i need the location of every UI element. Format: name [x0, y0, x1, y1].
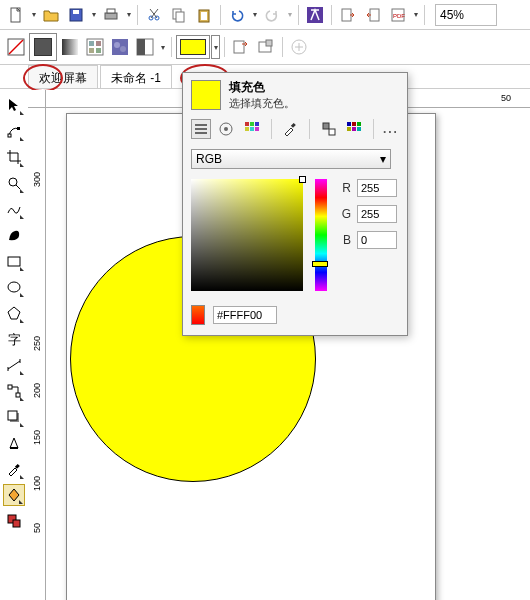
ruler-origin[interactable]: [28, 90, 46, 108]
saturation-value-area[interactable]: [191, 179, 303, 291]
svg-text:字: 字: [8, 332, 21, 347]
view-palette-icon[interactable]: [242, 119, 262, 139]
print-dropdown-icon[interactable]: ▾: [124, 3, 133, 27]
zoom-tool-icon[interactable]: [3, 172, 25, 194]
swap-colors-icon[interactable]: [319, 119, 339, 139]
polygon-tool-icon[interactable]: [3, 302, 25, 324]
texture-fill-icon[interactable]: [108, 35, 132, 59]
hue-marker[interactable]: [312, 261, 328, 267]
import-icon[interactable]: [336, 3, 360, 27]
shape-tool-icon[interactable]: [3, 120, 25, 142]
svg-rect-51: [195, 132, 207, 134]
undo-icon[interactable]: [225, 3, 249, 27]
parallel-dim-icon[interactable]: [3, 354, 25, 376]
r-input[interactable]: [357, 179, 397, 197]
svg-rect-13: [370, 9, 379, 21]
drop-shadow-icon[interactable]: [3, 406, 25, 428]
cut-icon[interactable]: [142, 3, 166, 27]
svg-rect-57: [245, 127, 249, 131]
fill-color-dropdown-icon[interactable]: ▾: [211, 35, 220, 59]
fountain-fill-icon[interactable]: [58, 35, 82, 59]
save-dropdown-icon[interactable]: ▾: [89, 3, 98, 27]
svg-rect-68: [357, 127, 361, 131]
text-tool-icon[interactable]: 字: [3, 328, 25, 350]
svg-rect-37: [8, 257, 20, 266]
separator: [373, 119, 374, 139]
svg-rect-23: [96, 48, 101, 53]
hue-slider[interactable]: [315, 179, 327, 291]
view-wheel-icon[interactable]: [217, 119, 237, 139]
export-pdf-icon[interactable]: PDF: [386, 3, 410, 27]
svg-rect-66: [347, 127, 351, 131]
sv-marker[interactable]: [299, 176, 306, 183]
pick-tool-icon[interactable]: [3, 94, 25, 116]
interactive-fill-icon[interactable]: [3, 484, 25, 506]
edit-fill-icon[interactable]: [254, 35, 278, 59]
previous-color-swatch[interactable]: [191, 305, 205, 325]
tab-welcome[interactable]: 欢迎屏幕: [28, 65, 98, 88]
tab-untitled[interactable]: 未命名 -1: [100, 65, 172, 88]
popover-header: 填充色 选择填充色。: [183, 73, 407, 117]
properties-toolbar: ▾ ▾: [0, 30, 530, 65]
redo-dropdown-icon[interactable]: ▾: [285, 3, 294, 27]
export-icon[interactable]: [361, 3, 385, 27]
svg-point-35: [9, 178, 17, 186]
artistic-media-icon[interactable]: [3, 224, 25, 246]
more-button[interactable]: ...: [383, 122, 399, 136]
fill-color-swatch[interactable]: [176, 35, 210, 59]
add-icon[interactable]: [287, 35, 311, 59]
ellipse-tool-icon[interactable]: [3, 276, 25, 298]
svg-rect-41: [8, 385, 12, 389]
svg-rect-24: [112, 39, 128, 55]
eyedropper-tool-icon[interactable]: [3, 458, 25, 480]
paste-icon[interactable]: [192, 3, 216, 27]
vertical-ruler[interactable]: 50 100 150 200 250 300: [28, 108, 46, 600]
color-model-select[interactable]: RGB ▾: [191, 149, 391, 169]
crop-tool-icon[interactable]: [3, 146, 25, 168]
copy-fill-icon[interactable]: [229, 35, 253, 59]
rectangle-tool-icon[interactable]: [3, 250, 25, 272]
copy-icon[interactable]: [167, 3, 191, 27]
open-file-icon[interactable]: [39, 3, 63, 27]
view-sliders-icon[interactable]: [191, 119, 211, 139]
popover-title: 填充色: [229, 79, 295, 96]
redo-icon[interactable]: [260, 3, 284, 27]
app-launcher-icon[interactable]: [303, 3, 327, 27]
svg-rect-61: [323, 123, 329, 129]
hex-input[interactable]: [213, 306, 277, 324]
b-input[interactable]: [357, 231, 397, 249]
svg-rect-67: [352, 127, 356, 131]
fill-type-dropdown-icon[interactable]: ▾: [158, 35, 167, 59]
transparency-tool-icon[interactable]: [3, 432, 25, 454]
svg-rect-48: [13, 520, 20, 527]
svg-rect-63: [347, 122, 351, 126]
smart-fill-icon[interactable]: [3, 510, 25, 532]
zoom-level-input[interactable]: [435, 4, 497, 26]
svg-rect-60: [291, 123, 296, 128]
svg-rect-4: [107, 9, 115, 13]
pattern-fill-icon[interactable]: [83, 35, 107, 59]
g-input[interactable]: [357, 205, 397, 223]
color-swatches-icon[interactable]: [344, 119, 364, 139]
no-fill-icon[interactable]: [4, 35, 28, 59]
print-icon[interactable]: [99, 3, 123, 27]
svg-line-40: [8, 361, 20, 369]
separator: [424, 5, 425, 25]
separator: [282, 37, 283, 57]
save-icon[interactable]: [64, 3, 88, 27]
connector-tool-icon[interactable]: [3, 380, 25, 402]
undo-dropdown-icon[interactable]: ▾: [250, 3, 259, 27]
ruler-tick-label: 50: [501, 93, 511, 103]
eyedropper-icon[interactable]: [281, 119, 301, 139]
export-dropdown-icon[interactable]: ▾: [411, 3, 420, 27]
uniform-fill-icon[interactable]: [29, 33, 57, 61]
freehand-tool-icon[interactable]: [3, 198, 25, 220]
postscript-fill-icon[interactable]: [133, 35, 157, 59]
current-fill-swatch: [191, 80, 221, 110]
new-file-icon[interactable]: [4, 3, 28, 27]
separator: [331, 5, 332, 25]
ruler-tick-label: 50: [32, 523, 42, 533]
svg-rect-44: [8, 411, 17, 420]
new-dropdown-icon[interactable]: ▾: [29, 3, 38, 27]
svg-point-38: [8, 282, 20, 292]
